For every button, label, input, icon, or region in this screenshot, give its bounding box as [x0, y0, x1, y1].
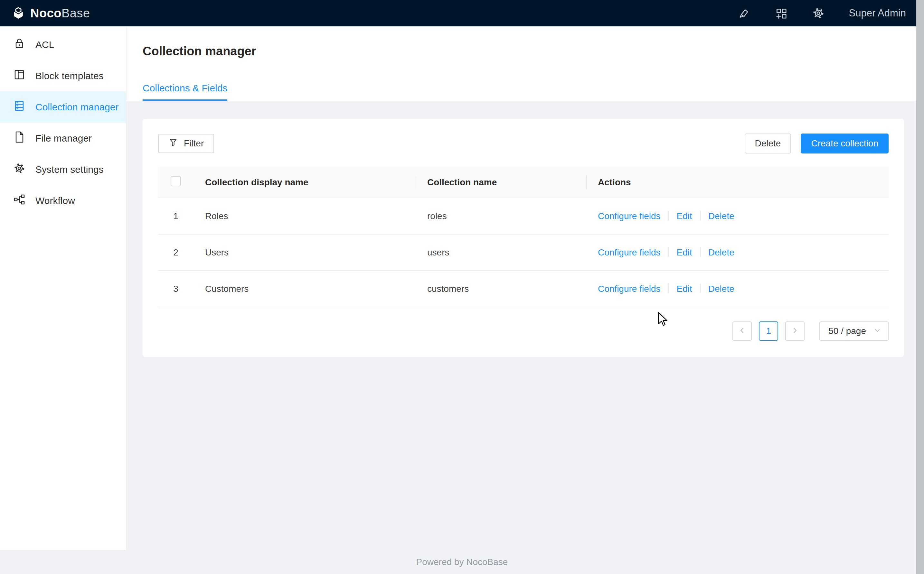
nocobase-logo-icon [11, 6, 26, 20]
sidebar-item-block-templates[interactable]: Block templates [0, 60, 126, 91]
sidebar-item-file-manager[interactable]: File manager [0, 123, 126, 154]
row-index: 3 [158, 271, 193, 307]
chevron-down-icon [874, 326, 881, 336]
page-size-select[interactable]: 50 / page [819, 322, 889, 341]
create-collection-button[interactable]: Create collection [801, 134, 889, 153]
sidebar-item-label: File manager [35, 133, 92, 144]
content-area: Filter Delete Create collection [126, 101, 924, 357]
app-window: NocoBase [0, 0, 924, 574]
vertical-scrollbar[interactable] [916, 0, 924, 574]
table-row: 2 Users users Configure fieldsEditDelete [158, 234, 889, 271]
configure-fields-link[interactable]: Configure fields [598, 211, 661, 221]
toolbar-right: Delete Create collection [745, 134, 889, 153]
row-index: 1 [158, 198, 193, 234]
page-title: Collection manager [143, 44, 924, 58]
powered-by-text: Powered by NocoBase [416, 557, 508, 567]
action-divider [700, 284, 701, 293]
column-header-collection-name: Collection name [415, 167, 586, 198]
table-header-row: Collection display name Collection name … [158, 167, 889, 198]
card-toolbar: Filter Delete Create collection [158, 134, 889, 153]
cell-collection-name: customers [415, 271, 586, 307]
sidebar-item-workflow[interactable]: Workflow [0, 185, 126, 216]
delete-link[interactable]: Delete [708, 284, 734, 294]
sidebar-item-system-settings[interactable]: System settings [0, 154, 126, 185]
edit-link[interactable]: Edit [677, 248, 692, 257]
settings-sidebar: ACL Block templates [0, 26, 126, 550]
sidebar-item-label: Workflow [35, 195, 75, 206]
topbar-actions: Super Admin [737, 6, 906, 20]
action-divider [668, 211, 669, 221]
sidebar-item-acl[interactable]: ACL [0, 29, 126, 60]
collections-card: Filter Delete Create collection [143, 119, 904, 357]
previous-page-button[interactable] [733, 322, 752, 341]
chevron-right-icon [791, 326, 798, 336]
table-row: 1 Roles roles Configure fieldsEditDelete [158, 198, 889, 234]
main-region: ACL Block templates [0, 26, 924, 550]
tab-collections-and-fields[interactable]: Collections & Fields [143, 83, 227, 101]
delete-link[interactable]: Delete [708, 211, 734, 221]
delete-link[interactable]: Delete [708, 248, 734, 257]
edit-link[interactable]: Edit [677, 284, 692, 294]
sidebar-item-label: ACL [35, 39, 54, 50]
gear-icon[interactable] [812, 6, 825, 20]
filter-funnel-icon [168, 138, 178, 150]
page-header: Collection manager Collections & Fields [126, 26, 924, 101]
layout-icon [13, 68, 26, 84]
edit-link[interactable]: Edit [677, 211, 692, 221]
action-divider [700, 211, 701, 221]
action-divider [668, 247, 669, 257]
logo-text: NocoBase [30, 7, 90, 19]
cell-actions: Configure fieldsEditDelete [586, 234, 889, 271]
cell-actions: Configure fieldsEditDelete [586, 198, 889, 234]
appstore-add-icon[interactable] [774, 6, 788, 20]
logo-text-light: Base [62, 6, 90, 20]
gear-icon [13, 162, 26, 177]
delete-button[interactable]: Delete [745, 134, 791, 153]
sidebar-item-label: Block templates [35, 71, 104, 81]
column-header-actions: Actions [586, 167, 889, 198]
cell-display-name: Customers [193, 271, 415, 307]
lock-icon [13, 37, 26, 52]
sidebar-item-label: System settings [35, 164, 104, 175]
configure-fields-link[interactable]: Configure fields [598, 248, 661, 257]
action-divider [668, 284, 669, 293]
cell-display-name: Roles [193, 198, 415, 234]
highlighter-icon[interactable] [737, 6, 750, 20]
tab-bar: Collections & Fields [143, 83, 924, 101]
column-header-display-name: Collection display name [193, 167, 415, 198]
main-column: Collection manager Collections & Fields [126, 26, 924, 550]
pagination: 1 50 / page [158, 322, 889, 341]
user-menu[interactable]: Super Admin [849, 7, 906, 19]
file-icon [13, 131, 26, 146]
workflow-icon [13, 193, 26, 208]
page-size-value: 50 / page [828, 326, 866, 336]
page-1-button[interactable]: 1 [759, 322, 778, 341]
chevron-left-icon [739, 326, 746, 336]
header-select-cell [158, 167, 193, 198]
sidebar-item-collection-manager[interactable]: Collection manager [0, 91, 126, 123]
configure-fields-link[interactable]: Configure fields [598, 284, 661, 294]
select-all-checkbox[interactable] [171, 176, 181, 186]
table-row: 3 Customers customers Configure fieldsEd… [158, 271, 889, 307]
page-footer: Powered by NocoBase [0, 550, 924, 574]
filter-button[interactable]: Filter [158, 134, 214, 153]
collections-table: Collection display name Collection name … [158, 167, 889, 307]
row-index: 2 [158, 234, 193, 271]
database-icon [13, 99, 26, 115]
sidebar-item-label: Collection manager [35, 102, 118, 113]
cell-collection-name: roles [415, 198, 586, 234]
cell-collection-name: users [415, 234, 586, 271]
nocobase-logo[interactable]: NocoBase [11, 6, 90, 20]
cell-display-name: Users [193, 234, 415, 271]
top-bar: NocoBase [0, 0, 924, 26]
filter-button-label: Filter [184, 138, 204, 149]
next-page-button[interactable] [785, 322, 804, 341]
logo-text-bold: Noco [30, 6, 62, 20]
action-divider [700, 247, 701, 257]
cell-actions: Configure fieldsEditDelete [586, 271, 889, 307]
